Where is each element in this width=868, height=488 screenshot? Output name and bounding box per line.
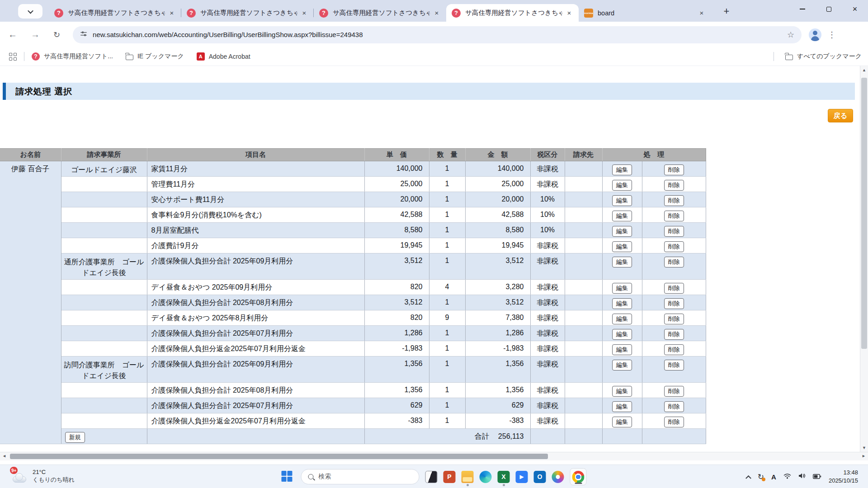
unit-price-cell: 3,512 xyxy=(364,253,429,280)
delete-button[interactable]: 削除 xyxy=(664,386,684,397)
scroll-right-icon[interactable]: ► xyxy=(862,454,866,458)
scroll-up-icon[interactable]: ▲ xyxy=(860,68,868,72)
delete-button[interactable]: 削除 xyxy=(664,257,684,267)
taskbar-clock[interactable]: 13:48 2025/10/15 xyxy=(829,469,858,484)
edit-button[interactable]: 編集 xyxy=(612,226,632,237)
maximize-button[interactable] xyxy=(816,0,842,18)
delete-button[interactable]: 削除 xyxy=(664,417,684,427)
amount-cell: 3,512 xyxy=(465,295,530,310)
tab-close-icon[interactable]: × xyxy=(698,9,706,17)
edge-taskbar-button[interactable] xyxy=(480,465,492,488)
horizontal-scrollbar[interactable]: ◄ ► xyxy=(0,452,868,460)
media-player-taskbar-button[interactable]: ▶ xyxy=(516,465,528,488)
delete-button[interactable]: 削除 xyxy=(664,360,684,371)
edit-button[interactable]: 編集 xyxy=(612,314,632,324)
delete-cell: 削除 xyxy=(642,295,706,310)
tray-chevron-icon[interactable] xyxy=(745,475,751,481)
billing-destination-cell xyxy=(565,161,602,177)
billing-destination-cell xyxy=(565,398,602,413)
profile-avatar[interactable] xyxy=(809,28,821,41)
powerpoint-taskbar-button[interactable]: P xyxy=(443,465,456,488)
tab-close-icon[interactable]: × xyxy=(433,9,441,17)
minimize-button[interactable] xyxy=(789,0,816,18)
apps-grid-icon[interactable] xyxy=(9,53,17,61)
new-button[interactable]: 新規 xyxy=(65,432,85,443)
tab-title: サ高住専用経営ソフトさつきちゃん xyxy=(200,9,297,17)
edit-button[interactable]: 編集 xyxy=(612,283,632,294)
back-icon[interactable]: ← xyxy=(8,29,17,40)
all-bookmarks-button[interactable]: すべてのブックマーク xyxy=(797,52,862,61)
delete-button[interactable]: 削除 xyxy=(664,211,684,221)
edit-button[interactable]: 編集 xyxy=(612,211,632,221)
delete-button[interactable]: 削除 xyxy=(664,241,684,252)
delete-button[interactable]: 削除 xyxy=(664,180,684,191)
divider xyxy=(774,52,774,61)
browser-tab[interactable]: ?サ高住専用経営ソフトさつきちゃん× xyxy=(49,4,181,22)
sync-update-icon[interactable]: ↻ xyxy=(758,473,764,481)
site-info-icon[interactable] xyxy=(80,30,87,39)
back-button[interactable]: 戻る xyxy=(828,109,853,122)
bookmark-item[interactable]: AAdobe Acrobat xyxy=(197,52,250,61)
close-window-button[interactable]: × xyxy=(842,0,868,18)
excel-taskbar-button[interactable]: X xyxy=(498,465,510,488)
photos-icon xyxy=(552,471,564,483)
edit-button[interactable]: 編集 xyxy=(612,241,632,252)
edit-button[interactable]: 編集 xyxy=(612,417,632,427)
tab-search-button[interactable] xyxy=(18,4,42,19)
forward-icon[interactable]: → xyxy=(31,29,40,40)
explorer-taskbar-button[interactable] xyxy=(462,465,474,488)
edit-button[interactable]: 編集 xyxy=(612,164,632,175)
edit-button[interactable]: 編集 xyxy=(612,344,632,355)
menu-kebab-icon[interactable]: ⋮ xyxy=(828,30,836,40)
scroll-down-icon[interactable]: ▼ xyxy=(860,446,868,450)
chrome-taskbar-button[interactable] xyxy=(570,468,587,485)
delete-button[interactable]: 削除 xyxy=(664,283,684,294)
edit-button[interactable]: 編集 xyxy=(612,257,632,267)
browser-tab[interactable]: ?サ高住専用経営ソフトさつきちゃん× xyxy=(446,4,579,22)
delete-button[interactable]: 削除 xyxy=(664,298,684,309)
horizontal-scrollbar-thumb[interactable] xyxy=(10,454,548,459)
vertical-scrollbar[interactable]: ▲ ▼ xyxy=(860,66,868,452)
vertical-scrollbar-thumb[interactable] xyxy=(861,78,867,349)
ime-indicator[interactable]: A xyxy=(771,473,776,481)
tab-close-icon[interactable]: × xyxy=(300,9,308,17)
delete-button[interactable]: 削除 xyxy=(664,164,684,175)
delete-button[interactable]: 削除 xyxy=(664,344,684,355)
browser-tab[interactable]: ?サ高住専用経営ソフトさつきちゃん× xyxy=(181,4,314,22)
delete-button[interactable]: 削除 xyxy=(664,329,684,340)
weather-widget[interactable]: 9+ 21°C くもりのち晴れ xyxy=(12,468,75,484)
delete-button[interactable]: 削除 xyxy=(664,226,684,237)
delete-button[interactable]: 削除 xyxy=(664,195,684,206)
delete-button[interactable]: 削除 xyxy=(664,401,684,412)
tab-close-icon[interactable]: × xyxy=(565,9,573,17)
new-tab-button[interactable]: + xyxy=(720,5,733,18)
photos-taskbar-button[interactable] xyxy=(552,465,564,488)
wifi-icon[interactable] xyxy=(783,473,791,481)
edit-button[interactable]: 編集 xyxy=(612,329,632,340)
scroll-left-icon[interactable]: ◄ xyxy=(2,454,6,458)
bookmark-item[interactable]: IE ブックマーク xyxy=(126,52,184,61)
edit-button[interactable]: 編集 xyxy=(612,401,632,412)
tab-close-icon[interactable]: × xyxy=(168,9,176,17)
quantity-cell: 1 xyxy=(429,161,465,177)
edit-button[interactable]: 編集 xyxy=(612,180,632,191)
browser-tab[interactable]: normaboard× xyxy=(579,4,711,22)
outlook-taskbar-button[interactable]: O xyxy=(534,465,546,488)
notes-app-taskbar-button[interactable] xyxy=(425,465,438,488)
volume-icon[interactable] xyxy=(798,473,806,481)
delete-button[interactable]: 削除 xyxy=(664,314,684,324)
reload-icon[interactable]: ↻ xyxy=(53,30,60,40)
bookmark-star-icon[interactable]: ☆ xyxy=(787,30,794,40)
bookmark-item[interactable]: ?サ高住専用経営ソフト... xyxy=(32,52,113,61)
browser-tab[interactable]: ?サ高住専用経営ソフトさつきちゃん× xyxy=(314,4,446,22)
edit-button[interactable]: 編集 xyxy=(612,298,632,309)
edit-button[interactable]: 編集 xyxy=(612,386,632,397)
taskbar-search[interactable]: 検索 xyxy=(301,469,420,484)
edit-button[interactable]: 編集 xyxy=(612,360,632,371)
address-bar[interactable]: new.satsukichan.com/web/Accounting/UserB… xyxy=(73,26,802,43)
billing-destination-cell xyxy=(565,357,602,383)
start-button[interactable] xyxy=(282,471,293,483)
battery-icon[interactable] xyxy=(813,473,821,481)
edit-button[interactable]: 編集 xyxy=(612,195,632,206)
clock-time: 13:48 xyxy=(829,469,858,477)
